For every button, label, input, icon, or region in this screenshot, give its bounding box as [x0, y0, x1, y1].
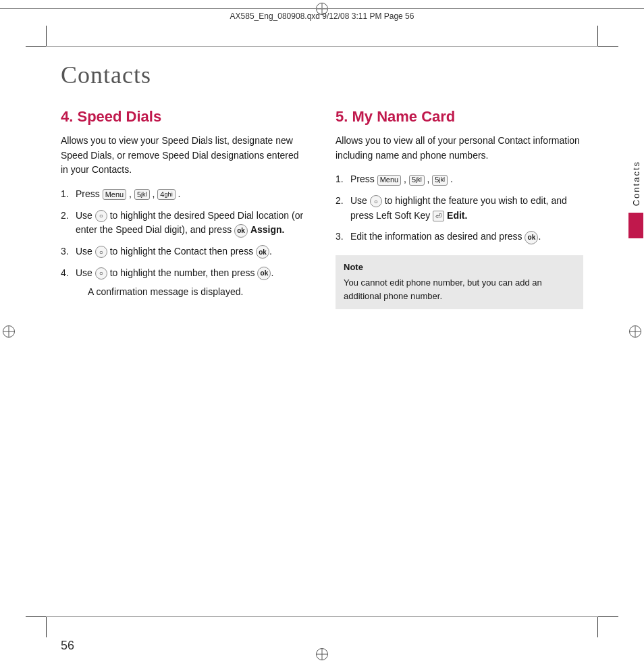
step5-1-num: 1. — [336, 172, 349, 187]
crop-mark-bl-h — [26, 616, 46, 617]
section4-heading: 4. Speed Dials — [61, 108, 308, 126]
ok-key-3: ok — [256, 245, 269, 259]
menu-key: Menu — [103, 189, 127, 200]
crop-mark-tl-h — [26, 46, 46, 47]
section4-steps: 1. Press Menu , 5 jkl , 4 ghi . 2. — [61, 187, 308, 299]
note-text: You cannot edit phone number, but you ca… — [344, 276, 575, 302]
content-columns: 4. Speed Dials Allows you to view your S… — [61, 108, 583, 309]
page-number: 56 — [61, 639, 74, 653]
section-speed-dials: 4. Speed Dials Allows you to view your S… — [61, 108, 308, 309]
step5-3: 3. Edit the information as desired and p… — [336, 230, 583, 244]
step4-4-sub: A confirmation message is displayed. — [88, 285, 308, 300]
reg-mark-left — [3, 325, 15, 338]
nav-key-5-2: ○ — [370, 195, 382, 207]
page-title: Contacts — [61, 61, 583, 89]
step5-3-num: 3. — [336, 230, 349, 244]
section5-steps: 1. Press Menu , 5 jkl , 5 jkl . 2. — [336, 172, 583, 244]
step4-4-content: Use ○ to highlight the number, then pres… — [76, 266, 308, 299]
step4-4-num: 4. — [61, 266, 74, 281]
edit-label: Edit. — [447, 210, 467, 221]
section5-heading: 5. My Name Card — [336, 108, 583, 126]
page-header: AX585_Eng_080908.qxd 9/12/08 3:11 PM Pag… — [0, 8, 644, 21]
crop-mark-br-v — [597, 617, 598, 637]
crop-mark-bl-v — [46, 617, 47, 637]
step4-1-content: Press Menu , 5 jkl , 4 ghi . — [76, 187, 308, 202]
ok-key-4: ok — [257, 267, 271, 280]
nav-key-2: ○ — [95, 210, 107, 222]
step4-3-num: 3. — [61, 244, 74, 259]
menu-key-5: Menu — [377, 175, 402, 186]
step4-1-num: 1. — [61, 187, 74, 202]
note-title: Note — [344, 262, 575, 272]
step4-2: 2. Use ○ to highlight the desired Speed … — [61, 209, 308, 238]
nav-key-4: ○ — [95, 267, 107, 280]
nav-key-3: ○ — [95, 246, 107, 258]
step4-3: 3. Use ○ to highlight the Contact then p… — [61, 244, 308, 259]
page-border-bottom — [46, 616, 598, 617]
reg-mark-right — [629, 325, 641, 338]
step5-3-content: Edit the information as desired and pres… — [350, 230, 583, 244]
step4-1: 1. Press Menu , 5 jkl , 4 ghi . — [61, 187, 308, 202]
crop-mark-tr-v — [597, 26, 598, 46]
section5-intro: Allows you to view all of your personal … — [336, 134, 583, 163]
step5-1: 1. Press Menu , 5 jkl , 5 jkl . — [336, 172, 583, 187]
section4-intro: Allows you to view your Speed Dials list… — [61, 134, 308, 178]
crop-mark-tl-v — [46, 26, 47, 46]
key-5jkl-2a: 5 jkl — [409, 175, 425, 186]
main-content: Contacts 4. Speed Dials Allows you to vi… — [61, 61, 583, 609]
sidebar-tab: Contacts — [628, 155, 644, 238]
page-border-top — [46, 46, 598, 47]
reg-mark-bottom — [316, 648, 328, 660]
sidebar-label: Contacts — [628, 155, 644, 211]
note-box: Note You cannot edit phone number, but y… — [336, 255, 583, 309]
assign-label: Assign. — [250, 224, 285, 235]
section-my-name-card: 5. My Name Card Allows you to view all o… — [336, 108, 583, 309]
left-soft-key: ⏎ — [433, 211, 444, 221]
key-5jkl-1: 5 jkl — [134, 189, 150, 200]
step4-3-content: Use ○ to highlight the Contact then pres… — [76, 244, 308, 259]
step4-4: 4. Use ○ to highlight the number, then p… — [61, 266, 308, 299]
step5-2-num: 2. — [336, 194, 349, 209]
header-text: AX585_Eng_080908.qxd 9/12/08 3:11 PM Pag… — [230, 11, 414, 21]
key-4ghi: 4 ghi — [157, 189, 175, 200]
step5-2: 2. Use ○ to highlight the feature you wi… — [336, 194, 583, 223]
step4-2-num: 2. — [61, 209, 74, 223]
step5-1-content: Press Menu , 5 jkl , 5 jkl . — [350, 172, 583, 187]
step5-2-content: Use ○ to highlight the feature you wish … — [350, 194, 583, 223]
key-5jkl-2b: 5 jkl — [432, 175, 448, 186]
sidebar-active-marker — [628, 213, 643, 238]
ok-key-5-3: ok — [525, 231, 538, 244]
ok-key-2: ok — [234, 224, 248, 238]
step4-2-content: Use ○ to highlight the desired Speed Dia… — [76, 209, 308, 238]
crop-mark-tr-h — [598, 46, 618, 47]
crop-mark-br-h — [598, 616, 618, 617]
